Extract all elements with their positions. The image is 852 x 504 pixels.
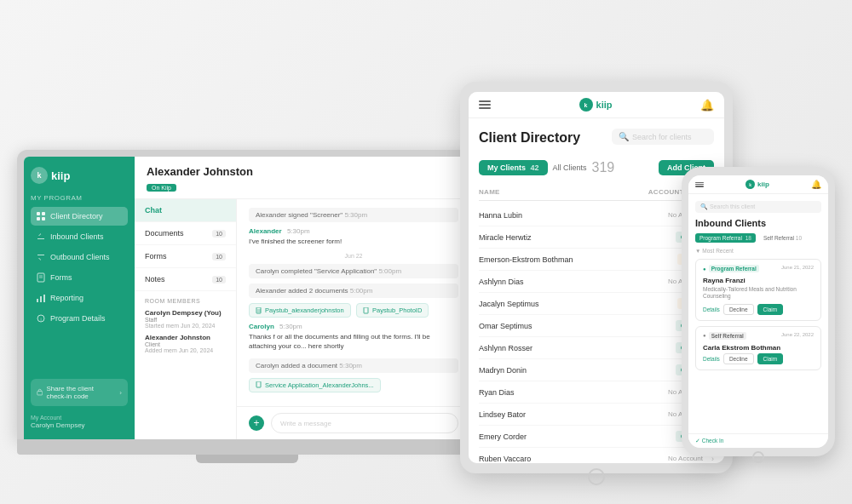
table-row[interactable]: Ashlynn DiasNo Account› bbox=[479, 271, 714, 293]
sidebar-label-reporting: Reporting bbox=[50, 294, 83, 302]
left-panel: Chat Documents 10 Forms 10 Not bbox=[135, 199, 237, 439]
table-row[interactable]: Ruben VaccaroNo Account› bbox=[479, 448, 714, 463]
user-name: Carolyn Dempsey bbox=[31, 421, 128, 429]
svg-rect-3 bbox=[42, 217, 45, 220]
svg-rect-17 bbox=[256, 381, 261, 387]
table-row[interactable]: Jacalyn SeptimusInvited› bbox=[479, 293, 714, 315]
svg-rect-7 bbox=[37, 299, 38, 302]
laptop-base bbox=[17, 439, 477, 455]
chat-attach-button[interactable]: + bbox=[249, 415, 264, 431]
phone-self-referral-filter[interactable]: Self Referral 10 bbox=[759, 233, 806, 243]
chat-msg-carolyn-1: Carolyn 5:30pm Thanks f or all the docum… bbox=[249, 323, 458, 351]
panel-item-forms[interactable]: Forms 10 bbox=[135, 245, 236, 268]
sidebar-label-client-directory: Client Directory bbox=[50, 212, 103, 220]
kiip-logo-icon: k bbox=[31, 167, 48, 184]
share-checkin-box[interactable]: Share the client check-in code › bbox=[31, 379, 128, 406]
phone-menu-icon[interactable] bbox=[695, 182, 704, 187]
member-alexander: Alexander Johnston Client Added mem Jun … bbox=[145, 334, 226, 353]
panel-item-notes[interactable]: Notes 10 bbox=[135, 268, 236, 291]
card-2-claim-btn[interactable]: Claim bbox=[757, 353, 784, 364]
chat-action-2: Carolyn completed "Service Application" … bbox=[249, 264, 458, 278]
sidebar-item-client-directory[interactable]: Client Directory bbox=[31, 207, 128, 226]
all-clients-filter[interactable]: All Clients 319 bbox=[553, 160, 615, 175]
card-2-decline-btn[interactable]: Decline bbox=[723, 353, 754, 364]
phone-sort-row[interactable]: ▼ Most Recent bbox=[695, 248, 821, 254]
card-1-claim-btn[interactable]: Claim bbox=[757, 304, 784, 315]
svg-rect-16 bbox=[364, 307, 368, 313]
hamburger-menu-icon[interactable] bbox=[479, 100, 491, 109]
table-row[interactable]: Madryn DoninOn Kiip› bbox=[479, 359, 714, 381]
tablet-home-button[interactable] bbox=[588, 468, 605, 485]
sidebar-label-program-details: Program Details bbox=[50, 314, 106, 323]
sidebar-item-program-details[interactable]: i Program Details bbox=[31, 309, 128, 328]
panel-item-chat[interactable]: Chat bbox=[135, 199, 236, 222]
sidebar-label-forms: Forms bbox=[50, 273, 72, 282]
table-row[interactable]: Ryan DiasNo Account› bbox=[479, 381, 714, 404]
file-attach-service-app[interactable]: Service Application_AlexanderJohns... bbox=[249, 378, 381, 392]
chat-messages: Alexander signed "Screener" 5:30pm Alexa… bbox=[237, 199, 470, 406]
phone-bell-icon[interactable]: 🔔 bbox=[811, 180, 821, 189]
tablet-search-bar[interactable]: 🔍 Search for clients bbox=[612, 129, 714, 145]
phone-device: k kiip 🔔 🔍 Search this client Inbound Cl… bbox=[682, 167, 835, 456]
phone-filter-row: Program Referral 18 Self Referral 10 bbox=[695, 233, 821, 243]
card-2-actions: Details Decline Claim bbox=[703, 353, 814, 364]
my-clients-filter[interactable]: My Clients 42 bbox=[479, 160, 548, 175]
chat-action-1: Alexander signed "Screener" 5:30pm bbox=[249, 208, 458, 222]
table-row[interactable]: Lindsey BatorNo Account› bbox=[479, 404, 714, 426]
check-in-link[interactable]: ✓ Check In bbox=[695, 438, 723, 444]
table-row[interactable]: Emery CorderOn Kiip› bbox=[479, 426, 714, 448]
svg-rect-9 bbox=[43, 295, 45, 302]
tablet-topbar: k kiip 🔔 bbox=[469, 92, 724, 118]
table-header: Name Account Status bbox=[479, 184, 714, 201]
chat-message-input[interactable]: Write a message bbox=[271, 413, 458, 433]
chat-msg-alexander-1: Alexander 5:30pm I've finished the scree… bbox=[249, 227, 458, 246]
date-divider-jun22: Jun 22 bbox=[249, 253, 458, 259]
tablet-filter-row: My Clients 42 All Clients 319 Add Client bbox=[479, 160, 714, 175]
svg-rect-1 bbox=[42, 212, 45, 215]
svg-rect-13 bbox=[256, 307, 261, 313]
card-1-date: June 21, 2022 bbox=[781, 265, 814, 270]
sidebar-item-forms[interactable]: Forms bbox=[31, 268, 128, 287]
notification-bell-icon[interactable]: 🔔 bbox=[700, 99, 714, 112]
search-icon: 🔍 bbox=[619, 132, 629, 141]
card-2-details-link[interactable]: Details bbox=[703, 356, 720, 362]
phone-kiip-logo: k kiip bbox=[746, 180, 769, 189]
file-attach-photoid[interactable]: Paystub_PhotoID bbox=[356, 303, 429, 318]
laptop-screen: k kiip My Program Client Directory Inbou… bbox=[24, 157, 470, 439]
card-1-actions: Details Decline Claim bbox=[703, 304, 814, 315]
phone-page-title: Inbound Clients bbox=[695, 218, 821, 228]
phone-program-referral-filter[interactable]: Program Referral 18 bbox=[695, 233, 756, 243]
card-1-details-link[interactable]: Details bbox=[703, 306, 720, 312]
phone-bottom-bar: ✓ Check In bbox=[688, 433, 828, 448]
laptop-logo: k kiip bbox=[31, 167, 128, 184]
file-attach-paystub[interactable]: Paystub_alexanderjohnston bbox=[249, 303, 351, 318]
table-row[interactable]: Hanna LubinNo Account› bbox=[479, 204, 714, 226]
sidebar-item-reporting[interactable]: Reporting bbox=[31, 289, 128, 307]
laptop-screen-outer: k kiip My Program Client Directory Inbou… bbox=[17, 150, 477, 439]
sidebar-label-inbound-clients: Inbound Clients bbox=[50, 232, 104, 241]
sidebar-item-outbound-clients[interactable]: Outbound Clients bbox=[31, 248, 128, 266]
table-row[interactable]: Omar SeptimusOn Kiip› bbox=[479, 315, 714, 337]
laptop-sidebar: k kiip My Program Client Directory Inbou… bbox=[24, 157, 135, 439]
card-1-name: Rayna Franzi bbox=[703, 277, 814, 284]
table-row[interactable]: Emerson-Ekstrom BothmanInvited› bbox=[479, 249, 714, 271]
card-1-tag: ● Program Referral bbox=[703, 265, 759, 272]
svg-rect-8 bbox=[40, 296, 42, 302]
scene: k kiip My Program Client Directory Inbou… bbox=[17, 14, 835, 490]
my-account-label: My Account bbox=[31, 415, 128, 421]
panel-item-documents[interactable]: Documents 10 bbox=[135, 222, 236, 245]
phone-home-button[interactable] bbox=[752, 451, 764, 463]
tablet-page-title: Client Directory bbox=[479, 130, 580, 146]
client-status-badge: On Kiip bbox=[147, 184, 176, 192]
phone-topbar: k kiip 🔔 bbox=[688, 175, 828, 194]
phone-logo-icon: k bbox=[746, 180, 755, 189]
chat-action-4: Carolyn added a document 5:30pm bbox=[249, 358, 458, 373]
table-row[interactable]: Ashlynn RosserOn Kiip› bbox=[479, 337, 714, 359]
table-row[interactable]: Miracle HerwtizOn Kiip› bbox=[479, 226, 714, 249]
sidebar-item-inbound-clients[interactable]: Inbound Clients bbox=[31, 227, 128, 246]
chat-area: Alexander signed "Screener" 5:30pm Alexa… bbox=[237, 199, 470, 439]
card-1-decline-btn[interactable]: Decline bbox=[723, 304, 754, 315]
search-placeholder-text: Search for clients bbox=[632, 133, 692, 141]
member-carolyn: Carolyn Dempsey (You) Staff Started mem … bbox=[145, 309, 226, 329]
phone-search-bar[interactable]: 🔍 Search this client bbox=[695, 201, 821, 213]
